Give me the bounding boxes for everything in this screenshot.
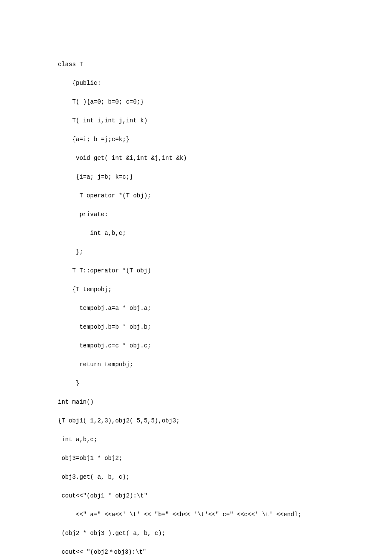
code-line: tempobj.b=b * obj.b; <box>58 322 334 332</box>
code-line: int main() <box>58 397 334 407</box>
code-line: {T obj1( 1,2,3),obj2( 5,5,5),obj3; <box>58 416 334 425</box>
code-line: {a=i; b =j;c=k;} <box>58 135 334 144</box>
code-line: {public: <box>58 78 334 88</box>
code-line: class T <box>58 60 334 69</box>
code-line: return tempobj; <box>58 360 334 369</box>
code-line: void get( int &i,int &j,int &k) <box>58 153 334 163</box>
code-line: T( ){a=0; b=0; c=0;} <box>58 97 334 107</box>
code-line: T operator *(T obj); <box>58 191 334 200</box>
code-line: cout<<"(obj1 * obj2):\t" <box>58 491 334 500</box>
code-line: tempobj.c=c * obj.c; <box>58 341 334 350</box>
code-line: } <box>58 379 334 388</box>
code-line: int a,b,c; <box>58 435 334 444</box>
code-line: tempobj.a=a * obj.a; <box>58 304 334 313</box>
code-line: (obj2 * obj3 ).get( a, b, c); <box>58 529 334 538</box>
code-line: obj3.get( a, b, c); <box>58 472 334 482</box>
document-page: class T {public: T( ){a=0; b=0; c=0;} T(… <box>0 0 392 555</box>
code-line: cout<< "(obj2＊obj3):\t" <box>58 547 334 555</box>
code-line: {i=a; j=b; k=c;} <box>58 172 334 182</box>
code-line: <<" a=" <<a<<' \t' << "b=" <<b<< '\t'<<"… <box>58 510 334 519</box>
code-line: int a,b,c; <box>58 228 334 238</box>
code-line: T( int i,int j,int k) <box>58 116 334 125</box>
code-line: obj3=obj1 * obj2; <box>58 454 334 463</box>
code-line: {T tempobj; <box>58 285 334 294</box>
code-line: T T::operator *(T obj) <box>58 266 334 275</box>
code-line: }; <box>58 247 334 257</box>
code-line: private: <box>58 210 334 219</box>
